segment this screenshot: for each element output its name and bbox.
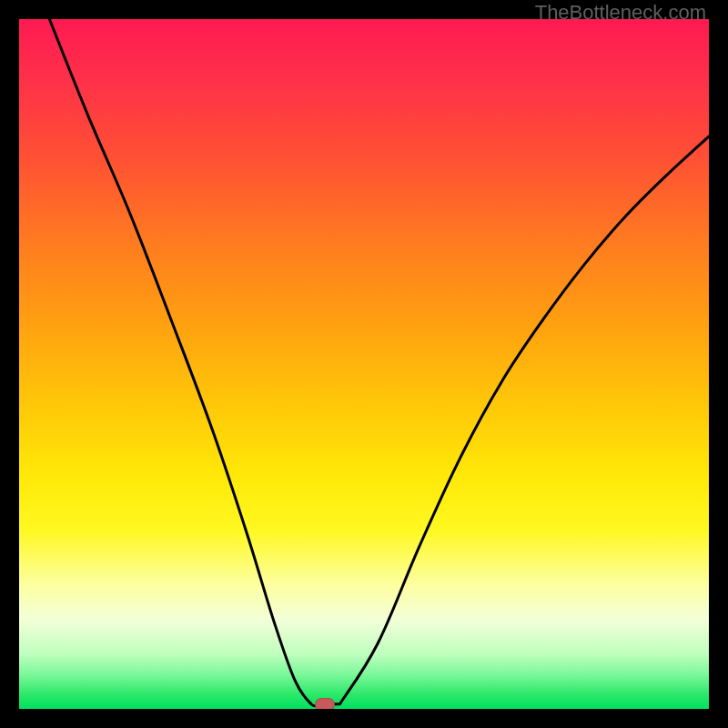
chart-frame: TheBottleneck.com bbox=[0, 0, 728, 728]
optimum-marker bbox=[315, 698, 335, 709]
watermark-text: TheBottleneck.com bbox=[535, 1, 706, 25]
plot-area bbox=[19, 19, 709, 709]
bottleneck-curve bbox=[19, 19, 709, 709]
